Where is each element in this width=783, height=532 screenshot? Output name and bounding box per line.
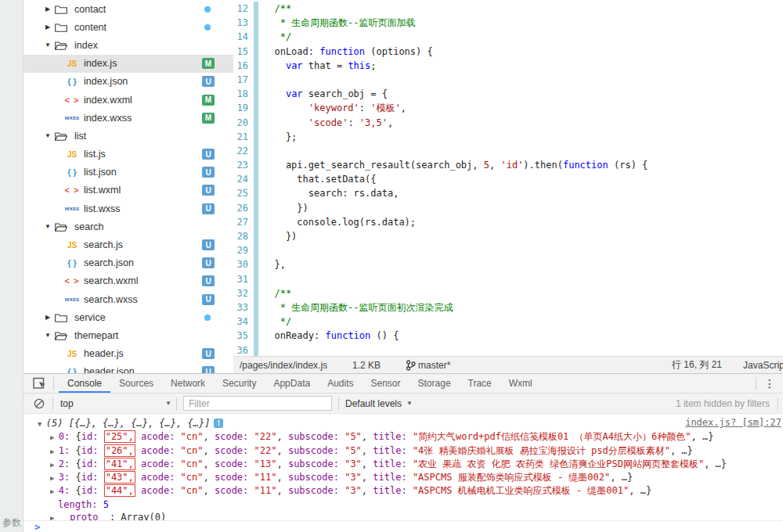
expand-arrow-icon[interactable]: ▶: [50, 433, 59, 441]
devtools-tab-audits[interactable]: Audits: [319, 374, 362, 393]
code-line[interactable]: 34 */: [233, 315, 783, 329]
devtools-tab-trace[interactable]: Trace: [460, 374, 500, 393]
expand-arrow-icon[interactable]: ▶: [42, 314, 53, 321]
context-selector[interactable]: top ▼: [60, 398, 171, 409]
code-line[interactable]: 33 * 生命周期函数--监听页面初次渲染完成: [233, 300, 783, 315]
code-line[interactable]: 31: [233, 272, 783, 286]
tree-item-list[interactable]: ▼list: [23, 127, 233, 145]
devtools-menu-icon[interactable]: ⋮: [764, 377, 775, 390]
tree-item-list.wxss[interactable]: wxsslist.wxssU: [23, 200, 233, 217]
tree-item-contact[interactable]: ▶contact: [23, 0, 233, 18]
expand-arrow-icon[interactable]: ▶: [50, 514, 59, 520]
expand-arrow-icon[interactable]: ▶: [50, 448, 59, 455]
code-line[interactable]: 23 api.get_search_resault(search_obj, 5,…: [233, 158, 783, 172]
divider: [53, 377, 54, 390]
expand-arrow-icon[interactable]: ▶: [50, 487, 59, 495]
console-row[interactable]: ▶ 3: {id: "43", acode: "cn", scode: "11"…: [23, 471, 783, 484]
console-array-preview[interactable]: ▼ (5) [{…}, {…}, {…}, {…}, {…}]t: [23, 417, 783, 430]
console-filter-input[interactable]: [183, 396, 332, 411]
tree-item-list.wxml[interactable]: < >list.wxmlU: [23, 182, 233, 200]
tree-item-header.json[interactable]: { }header.jsonU: [23, 363, 233, 373]
code-line[interactable]: 13 * 生命周期函数--监听页面加载: [233, 16, 783, 30]
console-row[interactable]: ▶ 2: {id: "41", acode: "cn", scode: "13"…: [23, 458, 783, 471]
cursor-position[interactable]: 行 16, 列 21: [672, 358, 722, 372]
tree-item-index.wxss[interactable]: wxssindex.wxssM: [23, 109, 233, 127]
tree-item-search.json[interactable]: { }search.jsonU: [23, 254, 233, 272]
tree-item-index[interactable]: ▼index: [23, 36, 233, 54]
tree-item-header.js[interactable]: JSheader.jsU: [23, 345, 233, 363]
language-mode[interactable]: JavaScript: [743, 360, 783, 371]
console-row[interactable]: ▶ 0: {id: "25", acode: "cn", scode: "22"…: [23, 430, 783, 444]
tree-item-content[interactable]: ▶content: [23, 18, 233, 36]
console-source-link[interactable]: index.js? [sm]:27: [685, 417, 781, 428]
line-number: 30: [233, 257, 252, 271]
code-line[interactable]: 32 /**: [233, 286, 783, 300]
code-line[interactable]: 17: [233, 73, 783, 87]
line-number: 34: [233, 315, 252, 329]
expand-arrow-icon[interactable]: ▶: [42, 5, 53, 13]
code-line[interactable]: 21 };: [233, 130, 783, 144]
code-line[interactable]: 28 }): [233, 229, 783, 243]
tree-item-index.json[interactable]: { }index.jsonU: [23, 73, 233, 91]
code-line[interactable]: 14 */: [233, 30, 783, 44]
code-lines: 12 /**13 * 生命周期函数--监听页面加载14 */15 onLoad:…: [233, 2, 783, 358]
clear-console-icon[interactable]: [34, 398, 45, 409]
collapse-arrow-icon[interactable]: ▼: [42, 332, 53, 339]
console-proto-row[interactable]: ▶ __proto__: Array(0): [23, 511, 783, 520]
tree-item-search.wxml[interactable]: < >search.wxmlU: [23, 272, 233, 290]
devtools-tab-security[interactable]: Security: [214, 374, 265, 393]
devtools-tab-console[interactable]: Console: [59, 374, 110, 393]
tree-item-search.js[interactable]: JSsearch.jsU: [23, 235, 233, 253]
code-line[interactable]: 30 },: [233, 257, 783, 271]
code-line[interactable]: 36: [233, 343, 783, 358]
collapse-arrow-icon[interactable]: ▼: [42, 41, 53, 49]
tree-item-index.js[interactable]: JSindex.jsM: [23, 55, 233, 73]
devtools-tab-sensor[interactable]: Sensor: [363, 374, 410, 393]
code-line[interactable]: 27 console.log(rs.data);: [233, 215, 783, 229]
inspect-element-icon[interactable]: [33, 377, 47, 390]
code-line[interactable]: 18 var search_obj = {: [233, 87, 783, 101]
tree-item-label: header.js: [84, 348, 124, 359]
console-prompt[interactable]: >: [23, 520, 783, 532]
console-row[interactable]: ▶ 1: {id: "26", acode: "cn", scode: "22"…: [23, 444, 783, 458]
devtools-tab-appdata[interactable]: AppData: [265, 374, 319, 393]
devtools-tab-storage[interactable]: Storage: [410, 374, 460, 393]
console-row[interactable]: ▶ 4: {id: "44", acode: "cn", scode: "11"…: [23, 484, 783, 498]
code-text: },: [258, 257, 286, 271]
devtools-tab-sources[interactable]: Sources: [110, 374, 162, 393]
code-line[interactable]: 25 search: rs.data,: [233, 186, 783, 200]
tree-item-search[interactable]: ▼search: [23, 217, 233, 235]
expand-arrow-icon[interactable]: ▶: [50, 461, 59, 469]
code-line[interactable]: 24 that.setData({: [233, 172, 783, 186]
code-line[interactable]: 16 var that = this;: [233, 59, 783, 73]
git-branch[interactable]: master*: [406, 360, 450, 371]
tree-item-service[interactable]: ▶service: [23, 308, 233, 326]
unsaved-dot: [204, 6, 211, 13]
code-line[interactable]: 26 }): [233, 201, 783, 215]
tree-item-label: content: [74, 22, 106, 33]
expand-arrow-icon[interactable]: ▶: [50, 474, 59, 482]
code-line[interactable]: 12 /**: [233, 2, 783, 16]
tree-item-list.js[interactable]: JSlist.jsU: [23, 146, 233, 164]
code-line[interactable]: 35 onReady: function () {: [233, 329, 783, 343]
tree-item-label: search.json: [84, 257, 134, 268]
code-line[interactable]: 22: [233, 144, 783, 158]
tree-item-index.wxml[interactable]: < >index.wxmlM: [23, 91, 233, 109]
folder-icon: [55, 4, 67, 14]
log-levels-selector[interactable]: Default levels ▼: [345, 398, 413, 409]
collapse-arrow-icon[interactable]: ▼: [42, 223, 53, 230]
code-line[interactable]: 29: [233, 243, 783, 257]
tree-item-search.wxss[interactable]: wxsssearch.wxssU: [23, 290, 233, 308]
tree-item-list.json[interactable]: { }list.jsonU: [23, 164, 233, 182]
code-line[interactable]: 19 'keyword': '模板',: [233, 101, 783, 115]
expand-arrow-icon[interactable]: ▶: [42, 23, 53, 31]
code-line[interactable]: 15 onLoad: function (options) {: [233, 45, 783, 59]
devtools-tab-network[interactable]: Network: [162, 374, 214, 393]
params-panel-tab[interactable]: 参数: [2, 516, 21, 530]
collapse-arrow-icon[interactable]: ▼: [38, 420, 46, 428]
code-line[interactable]: 20 'scode': '3,5',: [233, 116, 783, 130]
code-editor[interactable]: 12 /**13 * 生命周期函数--监听页面加载14 */15 onLoad:…: [233, 0, 783, 373]
tree-item-themepart[interactable]: ▼themepart: [23, 326, 233, 344]
devtools-tab-wxml[interactable]: Wxml: [500, 374, 541, 393]
collapse-arrow-icon[interactable]: ▼: [42, 132, 53, 139]
